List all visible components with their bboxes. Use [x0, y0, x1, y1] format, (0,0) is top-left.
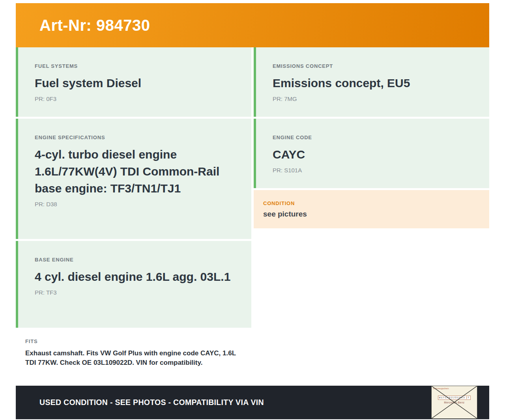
pr-code: PR: D38 [35, 201, 235, 207]
card-base-engine: BASE ENGINE 4 cyl. diesel engine 1.6L ag… [16, 241, 251, 328]
vin-document-thumbnail[interactable]: Fahrzeugschein W171462J314637 Mercedes-B… [431, 386, 477, 419]
card-engine-code: ENGINE CODE CAYC PR: S101A [254, 119, 489, 188]
card-title: 4 cyl. diesel engine 1.6L agg. 03L.1 [35, 268, 235, 285]
card-label: ENGINE SPECIFICATIONS [35, 134, 235, 140]
pr-code: PR: S101A [273, 167, 473, 174]
pr-code: PR: 7MG [273, 95, 473, 102]
card-label: BASE ENGINE [35, 257, 235, 263]
pr-code: PR: TF3 [35, 289, 235, 296]
card-fuel-systems: FUEL SYSTEMS Fuel system Diesel PR: 0F3 [16, 47, 251, 117]
card-label: FUEL SYSTEMS [35, 63, 235, 69]
spec-card-grid: FUEL SYSTEMS Fuel system Diesel PR: 0F3 … [16, 47, 489, 385]
right-column: EMISSIONS CONCEPT Emissions concept, EU5… [254, 47, 489, 385]
card-emissions-concept: EMISSIONS CONCEPT Emissions concept, EU5… [254, 47, 489, 117]
card-label: ENGINE CODE [273, 134, 473, 140]
page-title: Art-Nr: 984730 [39, 17, 150, 34]
fits-description: Exhaust camshaft. Fits VW Golf Plus with… [25, 349, 238, 367]
card-label: EMISSIONS CONCEPT [273, 63, 473, 69]
card-condition: CONDITION see pictures [254, 190, 489, 228]
footer-text: USED CONDITION - SEE PHOTOS - COMPATIBIL… [39, 398, 264, 407]
left-column: FUEL SYSTEMS Fuel system Diesel PR: 0F3 … [16, 47, 251, 385]
card-engine-specifications: ENGINE SPECIFICATIONS 4-cyl. turbo diese… [16, 119, 251, 239]
card-title: Fuel system Diesel [35, 75, 235, 91]
card-title: 4-cyl. turbo diesel engine 1.6L/77KW(4V)… [35, 146, 235, 197]
card-fits: FITS Exhaust camshaft. Fits VW Golf Plus… [16, 330, 251, 385]
card-title: Emissions concept, EU5 [273, 75, 473, 91]
header: Art-Nr: 984730 [16, 3, 489, 47]
pr-code: PR: 0F3 [35, 95, 235, 102]
card-label: FITS [25, 338, 242, 344]
envelope-cross-icon [432, 386, 477, 418]
product-spec-sheet: Art-Nr: 984730 FUEL SYSTEMS Fuel system … [16, 3, 489, 419]
card-title: CAYC [273, 146, 473, 163]
footer-banner: USED CONDITION - SEE PHOTOS - COMPATIBIL… [16, 386, 489, 419]
condition-value: see pictures [263, 210, 480, 218]
card-label: CONDITION [263, 200, 480, 206]
